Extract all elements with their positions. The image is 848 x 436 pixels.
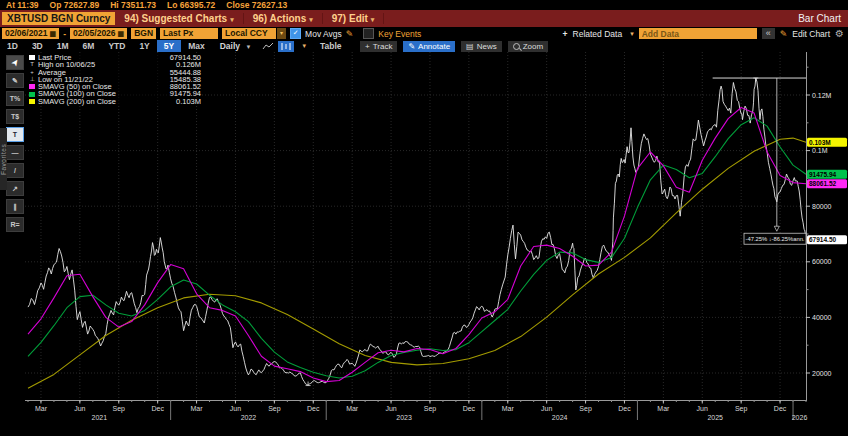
x-tick-label: Sep bbox=[735, 405, 748, 413]
x-tick-label: Sep bbox=[113, 405, 126, 413]
x-tick-label: Jun bbox=[230, 405, 241, 412]
y-tick-label: 0.12M bbox=[812, 92, 832, 99]
y-tick-label: 60000 bbox=[812, 258, 832, 265]
axis-badge-label: 0.103M bbox=[809, 139, 831, 146]
y-tick-label: 40000 bbox=[812, 314, 832, 321]
x-tick-label: Jun bbox=[541, 405, 552, 412]
legend-row[interactable]: SMAVG (200) on Close0.103M bbox=[29, 98, 201, 105]
legend-chip bbox=[29, 84, 35, 89]
x-tick-label: Mar bbox=[35, 405, 48, 412]
axis-badge-label: 88061.52 bbox=[809, 180, 836, 187]
year-label: 2023 bbox=[396, 414, 412, 421]
year-label: 2021 bbox=[92, 414, 108, 421]
series-smavg-50-on-close bbox=[28, 108, 806, 382]
y-tick-label: 0.1M bbox=[812, 147, 828, 154]
x-tick-label: Dec bbox=[307, 405, 320, 412]
legend-label: SMAVG (200) on Close bbox=[38, 98, 116, 105]
x-tick-label: Mar bbox=[346, 405, 359, 412]
x-tick-label: Mar bbox=[502, 405, 515, 412]
measure-arrow-icon bbox=[774, 226, 779, 231]
legend-chip bbox=[29, 92, 35, 97]
legend-value: 0.103M bbox=[176, 98, 201, 105]
series-smavg-200-on-close bbox=[28, 138, 806, 388]
legend-glyph: T bbox=[29, 61, 35, 68]
chart-legend: Last Price67914.50THigh on 10/06/250.126… bbox=[29, 54, 201, 105]
year-label: 2026 bbox=[792, 414, 808, 421]
x-tick-label: Sep bbox=[268, 405, 281, 413]
year-label: 2024 bbox=[552, 414, 568, 421]
x-tick-label: Jun bbox=[385, 405, 396, 412]
axis-badge-label: 91475.94 bbox=[809, 171, 836, 178]
x-tick-label: Sep bbox=[424, 405, 437, 413]
x-tick-label: Dec bbox=[774, 405, 787, 412]
axis-badge-label: 67914.50 bbox=[809, 236, 836, 243]
x-tick-label: Mar bbox=[657, 405, 670, 412]
legend-chip bbox=[29, 99, 35, 104]
year-label: 2025 bbox=[707, 414, 723, 421]
y-tick-label: 80000 bbox=[812, 203, 832, 210]
x-tick-label: Mar bbox=[191, 405, 204, 412]
series-smavg-100-on-close bbox=[28, 118, 806, 378]
x-tick-label: Dec bbox=[151, 405, 164, 412]
legend-chip bbox=[29, 55, 35, 60]
legend-glyph: + bbox=[29, 69, 35, 76]
series-last-price bbox=[28, 78, 806, 385]
x-tick-label: Jun bbox=[74, 405, 85, 412]
x-tick-label: Dec bbox=[618, 405, 631, 412]
x-tick-label: Dec bbox=[463, 405, 476, 412]
legend-glyph: ⊥ bbox=[29, 76, 35, 83]
high-marker bbox=[753, 78, 758, 82]
year-label: 2022 bbox=[241, 414, 257, 421]
bloomberg-terminal-window: At 11:39Op 72627.89Hi 73511.73Lo 66395.7… bbox=[0, 0, 848, 436]
measure-tooltip-label: -47.25% ↓-86.25%ann. bbox=[746, 236, 805, 242]
x-tick-label: Sep bbox=[579, 405, 592, 413]
x-tick-label: Jun bbox=[697, 405, 708, 412]
y-tick-label: 20000 bbox=[812, 370, 832, 377]
